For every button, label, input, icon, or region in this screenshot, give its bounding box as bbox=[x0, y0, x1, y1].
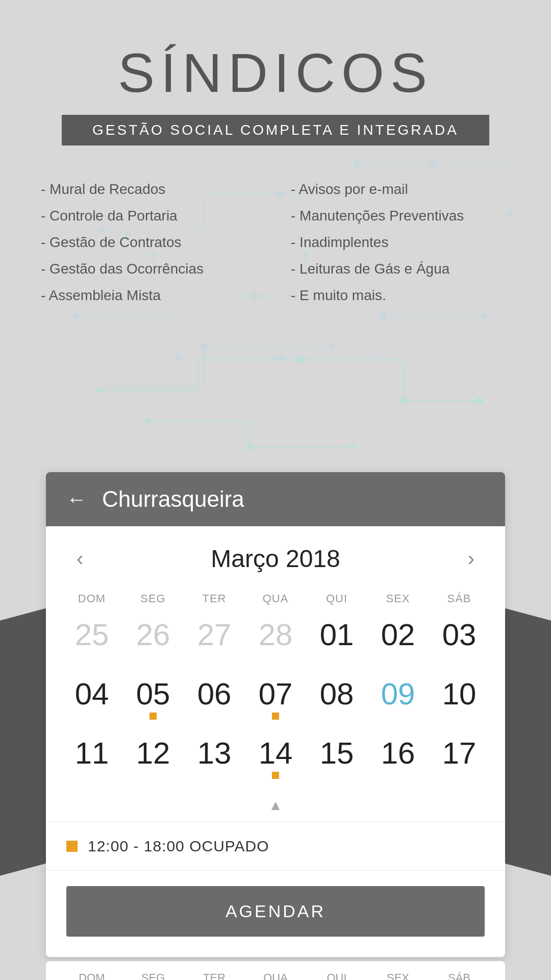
month-label: Março 2018 bbox=[104, 545, 447, 573]
calendar-day[interactable]: 04 bbox=[61, 674, 122, 725]
calendar-day[interactable]: 16 bbox=[367, 733, 429, 784]
day-header-seg: SEG bbox=[122, 588, 184, 609]
feature-item: - Gestão de Contratos bbox=[41, 234, 260, 251]
day-header-dom: DOM bbox=[61, 588, 122, 609]
back-button[interactable]: ← bbox=[66, 488, 87, 511]
next-month-button[interactable]: › bbox=[458, 547, 485, 570]
booking-info: 12:00 - 18:00 OCUPADO bbox=[46, 822, 505, 871]
calendar-day[interactable]: 17 bbox=[429, 733, 490, 784]
booking-dot-indicator bbox=[66, 841, 78, 852]
day-header-sab: SÁB bbox=[429, 588, 490, 609]
feature-item: - Mural de Recados bbox=[41, 181, 260, 198]
calendar-day[interactable]: 14 bbox=[245, 733, 306, 784]
expand-icon: ▲ bbox=[268, 797, 283, 814]
month-navigation: ‹ Março 2018 › bbox=[46, 526, 505, 583]
calendar-day[interactable]: 02 bbox=[367, 615, 429, 666]
calendar-room-title: Churrasqueira bbox=[102, 486, 244, 512]
calendar-day[interactable]: 05 bbox=[122, 674, 184, 725]
bottom-calendar-strip: DOM SEG TER QUA QUI SEX SÁB bbox=[46, 961, 505, 980]
calendar-day[interactable]: 07 bbox=[245, 674, 306, 725]
calendar-day[interactable]: 27 bbox=[184, 615, 245, 666]
svg-point-50 bbox=[349, 444, 355, 449]
prev-month-button[interactable]: ‹ bbox=[66, 547, 93, 570]
calendar-day-ter-06[interactable]: 06 bbox=[184, 674, 245, 725]
feature-item: - Manutenções Preventivas bbox=[291, 208, 510, 224]
day-header-sex: SEX bbox=[367, 588, 429, 609]
feature-item: - E muito mais. bbox=[291, 287, 510, 304]
bottom-day-headers: DOM SEG TER QUA QUI SEX SÁB bbox=[46, 961, 505, 980]
calendar-day[interactable]: 13 bbox=[184, 733, 245, 784]
calendar-day[interactable]: 26 bbox=[122, 615, 184, 666]
calendar-day[interactable]: 25 bbox=[61, 615, 122, 666]
features-col-right: - Avisos por e-mail - Manutenções Preven… bbox=[291, 181, 510, 304]
bottom-day-header: SEX bbox=[367, 971, 429, 980]
expand-row[interactable]: ▲ bbox=[46, 792, 505, 822]
calendar-week-2: 04 05 06 07 08 bbox=[61, 674, 490, 725]
day-header-ter: TER bbox=[184, 588, 245, 609]
calendar-day[interactable]: 28 bbox=[245, 615, 306, 666]
features-col-left: - Mural de Recados - Controle da Portari… bbox=[41, 181, 260, 304]
bottom-day-header: DOM bbox=[61, 971, 122, 980]
calendar-day-today[interactable]: 09 bbox=[367, 674, 429, 725]
calendar-grid: DOM SEG TER QUA QUI SEX SÁB 25 26 bbox=[46, 583, 505, 784]
day-header-qui: QUI bbox=[306, 588, 367, 609]
calendar-day[interactable]: 01 bbox=[306, 615, 367, 666]
calendar-day[interactable]: 11 bbox=[61, 733, 122, 784]
calendar-day[interactable]: 10 bbox=[429, 674, 490, 725]
calendar-day[interactable]: 15 bbox=[306, 733, 367, 784]
subtitle-bar: GESTÃO SOCIAL COMPLETA E INTEGRADA bbox=[62, 115, 489, 145]
app-title: SÍNDICOS bbox=[118, 41, 433, 105]
svg-point-45 bbox=[476, 397, 483, 404]
bottom-day-header: SEG bbox=[122, 971, 184, 980]
agendar-button[interactable]: AGENDAR bbox=[66, 886, 485, 937]
feature-item: - Inadimplentes bbox=[291, 234, 510, 251]
feature-item: - Controle da Portaria bbox=[41, 208, 260, 224]
bottom-day-header: SÁB bbox=[429, 971, 490, 980]
calendar-week-1: 25 26 27 28 01 bbox=[61, 615, 490, 666]
svg-point-51 bbox=[94, 388, 99, 393]
calendar-header-bar: ← Churrasqueira bbox=[46, 472, 505, 526]
calendar-day[interactable]: 12 bbox=[122, 733, 184, 784]
calendar-day[interactable]: 08 bbox=[306, 674, 367, 725]
bottom-day-header: TER bbox=[184, 971, 245, 980]
circuit-decoration bbox=[0, 319, 551, 462]
booking-text: 12:00 - 18:00 OCUPADO bbox=[88, 838, 269, 855]
feature-item: - Assembleia Mista bbox=[41, 287, 260, 304]
bottom-day-header: QUA bbox=[245, 971, 306, 980]
features-section: - Mural de Recados - Controle da Portari… bbox=[0, 181, 551, 304]
calendar-day[interactable]: 03 bbox=[429, 615, 490, 666]
svg-point-52 bbox=[145, 419, 151, 424]
feature-item: - Gestão das Ocorrências bbox=[41, 261, 260, 277]
feature-item: - Avisos por e-mail bbox=[291, 181, 510, 198]
calendar-week-3: 11 12 13 14 15 bbox=[61, 733, 490, 784]
bottom-day-header: QUI bbox=[306, 971, 367, 980]
calendar-card: ← Churrasqueira ‹ Março 2018 › DOM SEG T… bbox=[46, 472, 505, 957]
day-headers-row: DOM SEG TER QUA QUI SEX SÁB bbox=[61, 588, 490, 609]
day-header-qua: QUA bbox=[245, 588, 306, 609]
feature-item: - Leituras de Gás e Água bbox=[291, 261, 510, 277]
subtitle-text: GESTÃO SOCIAL COMPLETA E INTEGRADA bbox=[92, 122, 459, 138]
